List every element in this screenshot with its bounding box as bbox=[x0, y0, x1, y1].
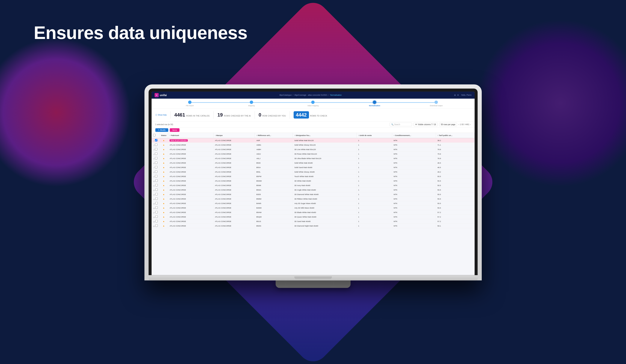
row-checkbox[interactable] bbox=[155, 206, 158, 209]
table-row[interactable]: 9 ▲ ATLAS CONCORDE ATLAS CONCORDE B5PW T… bbox=[152, 174, 475, 179]
row-checkbox[interactable] bbox=[155, 179, 158, 182]
step-value-mapping[interactable]: Value mapping bbox=[282, 100, 344, 107]
table-row[interactable]: 14 ▲ ATLAS CONCORDE ATLAS CONCORDE B5BW … bbox=[152, 196, 475, 201]
table-row[interactable]: 12 ▲ ATLAS CONCORDE ATLAS CONCORDE B5MA … bbox=[152, 187, 475, 192]
row-unite: 1 bbox=[356, 219, 392, 223]
show-help-btn[interactable]: ⓘ Show help bbox=[155, 113, 167, 116]
rows-to-check-count: 4442 bbox=[294, 111, 309, 119]
row-checkbox[interactable] bbox=[155, 211, 158, 213]
table-row[interactable]: 11 ▲ ATLAS CONCORDE ATLAS CONCORDE B5MK … bbox=[152, 183, 475, 187]
row-num: 17 bbox=[153, 212, 155, 214]
table-row[interactable]: 16 ▲ ATLAS CONCORDE ATLAS CONCORDE B4MM … bbox=[152, 206, 475, 210]
row-checkbox[interactable] bbox=[155, 175, 157, 177]
step-file-import[interactable]: File import bbox=[159, 100, 221, 107]
table-row[interactable]: 10 ▲ ATLAS CONCORDE ATLAS CONCORDE B5MW … bbox=[152, 179, 475, 183]
warning-icon: ▲ bbox=[163, 211, 165, 213]
table-row[interactable]: 4 ▲ ATLAS CONCORDE ATLAS CONCORDE A6DJ 3… bbox=[152, 151, 475, 156]
step-dot-5 bbox=[434, 100, 438, 104]
row-num: 10 bbox=[153, 180, 155, 182]
search-box[interactable]: 🔍 Search bbox=[390, 122, 412, 126]
pagination-next[interactable]: › bbox=[470, 123, 471, 125]
row-checkbox[interactable] bbox=[155, 170, 157, 173]
grid-icon[interactable]: ⊞ bbox=[454, 94, 456, 96]
items-button[interactable]: Items bbox=[170, 128, 180, 132]
row-num: 11 bbox=[153, 185, 155, 186]
fabricant-value: ATLAS CONCORDE bbox=[170, 216, 186, 218]
row-checkbox[interactable] bbox=[155, 139, 157, 141]
row-checkbox[interactable] bbox=[155, 143, 157, 146]
row-designation: 3D Ivory Matt 40x80 bbox=[293, 183, 356, 187]
row-checkbox[interactable] bbox=[155, 202, 158, 204]
table-row[interactable]: 8 ▲ ATLAS CONCORDE ATLAS CONCORDE B55L S… bbox=[152, 170, 475, 174]
row-checkbox-cell: 14 bbox=[152, 196, 159, 201]
table-row[interactable]: 18 ▲ ATLAS CONCORDE ATLAS CONCORDE B5QW … bbox=[152, 215, 475, 219]
rows-per-page-select[interactable]: 50 rows per page bbox=[439, 122, 457, 126]
step-download[interactable]: Download output bbox=[405, 100, 467, 107]
row-checkbox-cell: 4 bbox=[152, 151, 159, 156]
breadcrumb-item-1[interactable]: AlpoCatalogue bbox=[279, 94, 292, 96]
step-line-3 bbox=[313, 102, 375, 103]
breadcrumb-item-2[interactable]: AlgoCoverage - atlas concorde 01/2021 bbox=[294, 94, 327, 96]
visible-cols-btn[interactable]: 👁 Visible columns 7 / 16 bbox=[414, 122, 438, 126]
row-fabricant: Base de prix indicative bbox=[168, 138, 213, 143]
row-checkbox[interactable] bbox=[155, 161, 157, 164]
row-status-cell: ▲ bbox=[159, 147, 168, 151]
row-checkbox[interactable] bbox=[155, 215, 158, 218]
row-fabricant: ATLAS CONCORDE bbox=[168, 170, 213, 174]
header-fabricant[interactable]: ↕ Fabricant bbox=[168, 133, 213, 138]
row-unite: 1 bbox=[356, 192, 392, 196]
header-marque[interactable]: ↕ Marque bbox=[213, 133, 255, 138]
step-normalisation[interactable]: Normalisation bbox=[344, 100, 405, 107]
table-row[interactable]: 1 ▲ Base de prix indicative ATLAS CONCOR… bbox=[152, 138, 475, 143]
row-num: 15 bbox=[153, 203, 155, 205]
table-wrapper[interactable]: Status ↕ Fabricant ↕ Marque ↕ Référence … bbox=[152, 133, 475, 271]
row-ref: B5QW bbox=[255, 215, 293, 219]
table-row[interactable]: 17 ▲ ATLAS CONCORDE ATLAS CONCORDE B5HW … bbox=[152, 210, 475, 215]
modify-button[interactable]: ✎ Modify bbox=[155, 128, 168, 132]
table-row[interactable]: 6 ▲ ATLAS CONCORDE ATLAS CONCORDE B500 S… bbox=[152, 161, 475, 165]
row-checkbox[interactable] bbox=[155, 148, 157, 150]
pagination-prev[interactable]: ‹ bbox=[459, 123, 459, 125]
row-checkbox[interactable] bbox=[155, 157, 157, 159]
row-checkbox[interactable] bbox=[155, 152, 157, 155]
row-status-cell: ▲ bbox=[159, 161, 168, 165]
row-checkbox[interactable] bbox=[155, 197, 158, 200]
fabricant-value: ATLAS CONCORDE bbox=[170, 162, 186, 164]
table-row[interactable]: 20 ▲ ATLAS CONCORDE ATLAS CONCORDE B5DN … bbox=[152, 223, 475, 228]
table-row[interactable]: 5 ▲ ATLAS CONCORDE ATLAS CONCORDE A6LJ 3… bbox=[152, 156, 475, 161]
header-checkbox[interactable] bbox=[152, 133, 159, 138]
row-checkbox[interactable] bbox=[155, 166, 157, 168]
header-unite[interactable]: ↕ Unité de vente bbox=[356, 133, 392, 138]
row-checkbox[interactable] bbox=[155, 224, 158, 227]
table-row[interactable]: 7 ▲ ATLAS CONCORDE ATLAS CONCORDE B55A S… bbox=[152, 165, 475, 170]
row-checkbox[interactable] bbox=[155, 193, 158, 195]
action-bar: ✎ Modify Items bbox=[152, 127, 475, 133]
row-checkbox[interactable] bbox=[155, 188, 158, 191]
row-unite: 1 bbox=[356, 143, 392, 147]
warning-icon: ▲ bbox=[163, 139, 165, 142]
header-ref[interactable]: ↕ Référence arti... bbox=[255, 133, 293, 138]
row-fabricant: ATLAS CONCORDE bbox=[168, 187, 213, 192]
table-row[interactable]: 13 ▲ ATLAS CONCORDE ATLAS CONCORDE B3D5 … bbox=[152, 192, 475, 196]
header-tarif[interactable]: ↕ Tarif public un... bbox=[436, 133, 474, 138]
table-row[interactable]: 19 ▲ ATLAS CONCORDE ATLAS CONCORDE B5US … bbox=[152, 219, 475, 223]
settings-icon[interactable]: ⚙ bbox=[457, 94, 459, 96]
row-status-cell: ▲ bbox=[159, 174, 168, 179]
table-row[interactable]: 2 ▲ ATLAS CONCORDE ATLAS CONCORDE A6BG S… bbox=[152, 143, 475, 147]
header-conditionnement[interactable]: ↕ Conditionnement... bbox=[392, 133, 436, 138]
table-row[interactable]: 3 ▲ ATLAS CONCORDE ATLAS CONCORDE A6BH 3… bbox=[152, 147, 475, 151]
step-mapping[interactable]: Mapping bbox=[221, 100, 282, 107]
bg-shape-right bbox=[476, 19, 626, 187]
row-marque: ATLAS CONCORDE bbox=[213, 219, 255, 223]
row-conditionnement: MTK bbox=[392, 223, 436, 228]
select-all-checkbox[interactable] bbox=[153, 134, 156, 136]
row-tarif: 57.2 bbox=[436, 219, 474, 223]
table-row[interactable]: 15 ▲ ATLAS CONCORDE ATLAS CONCORDE B4W5 … bbox=[152, 201, 475, 206]
header-designation[interactable]: ↕ Désignation fou... bbox=[293, 133, 356, 138]
warning-icon: ▲ bbox=[163, 189, 165, 191]
row-checkbox[interactable] bbox=[155, 220, 158, 222]
row-ref: B4W5 bbox=[255, 201, 293, 206]
nav-logo: u unifai bbox=[155, 93, 167, 97]
row-status-cell: ▲ bbox=[159, 223, 168, 228]
row-checkbox[interactable] bbox=[155, 184, 158, 186]
